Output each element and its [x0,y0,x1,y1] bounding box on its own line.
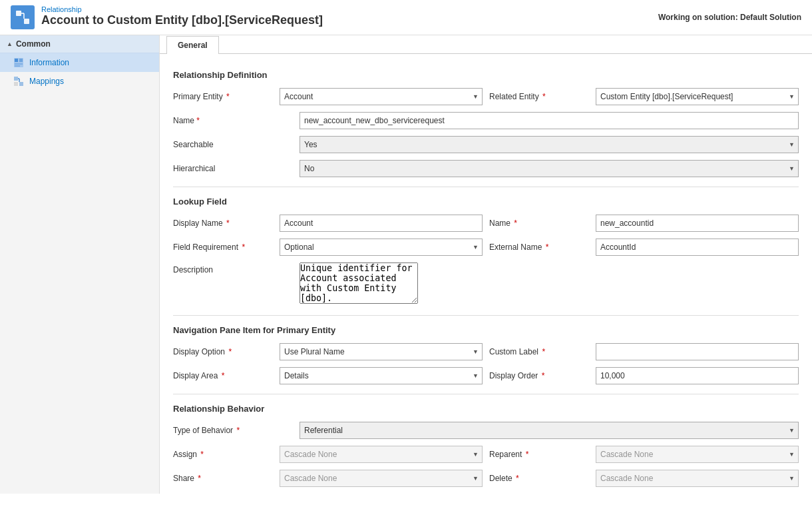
field-requirement-label: Field Requirement * [173,243,280,252]
share-group: Share * Cascade None [173,470,483,487]
related-entity-control: Custom Entity [dbo].[ServiceRequest] [596,88,799,105]
field-requirement-control: Optional [280,239,483,256]
delete-group: Delete * Cascade None [489,470,799,487]
sidebar-item-mappings-label: Mappings [29,77,64,86]
type-of-behavior-select[interactable]: Referential [300,422,799,439]
lookup-name-control [596,215,799,232]
name-control [300,112,799,129]
display-name-name-row: Display Name * Name * [173,215,799,232]
sidebar-section-label: Common [16,39,51,49]
reparent-label: Reparent * [489,450,596,459]
information-icon [13,57,24,68]
display-area-label: Display Area * [173,371,280,380]
svg-rect-7 [15,63,23,65]
searchable-control: Yes [300,136,799,153]
description-row: Description Unique identifier for Accoun… [173,262,799,306]
display-order-label: Display Order * [489,371,596,380]
relationship-definition-title: Relationship Definition [173,70,799,80]
form-area: Relationship Definition Primary Entity *… [160,54,812,494]
relationship-icon [15,9,31,25]
primary-related-entity-row: Primary Entity * Account Related Entity … [173,88,799,105]
share-control: Cascade None [280,470,483,487]
svg-rect-5 [15,59,18,62]
share-select[interactable]: Cascade None [280,470,483,487]
lookup-name-group: Name * [489,215,799,232]
svg-rect-13 [14,82,18,86]
assign-group: Assign * Cascade None [173,446,483,463]
display-name-label: Display Name * [173,219,280,228]
searchable-select[interactable]: Yes [300,136,799,153]
relationship-behavior-title: Relationship Behavior [173,404,799,414]
reparent-group: Reparent * Cascade None [489,446,799,463]
hierarchical-select[interactable]: No [300,160,799,177]
navigation-pane-title: Navigation Pane Item for Primary Entity [173,325,799,335]
sidebar-item-information[interactable]: Information [0,53,159,72]
primary-entity-group: Primary Entity * Account [173,88,483,105]
lookup-name-label: Name * [489,219,596,228]
display-name-input[interactable] [280,215,483,232]
assign-select[interactable]: Cascade None [280,446,483,463]
hierarchical-control: No [300,160,799,177]
svg-rect-8 [15,65,20,67]
hierarchical-row: Hierarchical No [173,160,799,177]
assign-control: Cascade None [280,446,483,463]
app-header: Relationship Account to Custom Entity [d… [0,0,812,35]
related-entity-label: Related Entity * [489,92,596,101]
display-option-custom-label-row: Display Option * Use Plural Name Custom … [173,343,799,360]
svg-rect-0 [16,11,21,16]
display-area-order-row: Display Area * Details Display Order * [173,367,799,384]
header-text: Relationship Account to Custom Entity [d… [41,5,323,27]
tab-general[interactable]: General [166,36,219,54]
primary-entity-label: Primary Entity * [173,92,280,101]
sidebar-section-header: Common [0,35,159,53]
display-area-control: Details [280,367,483,384]
name-label: Name * [173,116,300,125]
external-name-input[interactable] [596,239,799,256]
delete-select[interactable]: Cascade None [596,470,799,487]
delete-label: Delete * [489,474,596,483]
searchable-label: Searchable [173,140,300,149]
lookup-field-title: Lookup Field [173,197,799,207]
custom-label-label: Custom Label * [489,347,596,356]
type-of-behavior-control: Referential [300,422,799,439]
related-entity-select[interactable]: Custom Entity [dbo].[ServiceRequest] [596,88,799,105]
delete-control: Cascade None [596,470,799,487]
type-of-behavior-row: Type of Behavior * Referential [173,422,799,439]
page-title: Account to Custom Entity [dbo].[ServiceR… [41,13,323,27]
external-name-control [596,239,799,256]
display-option-label: Display Option * [173,347,280,356]
field-requirement-select[interactable]: Optional [280,239,483,256]
divider-2 [173,315,799,316]
external-name-group: External Name * [489,239,799,256]
svg-rect-6 [19,59,23,62]
related-entity-group: Related Entity * Custom Entity [dbo].[Se… [489,88,799,105]
description-control: Unique identifier for Account associated… [300,262,799,306]
primary-entity-control: Account [280,88,483,105]
display-option-control: Use Plural Name [280,343,483,360]
display-order-group: Display Order * [489,367,799,384]
field-requirement-group: Field Requirement * Optional [173,239,483,256]
searchable-row: Searchable Yes [173,136,799,153]
mappings-icon [13,76,24,87]
primary-entity-select[interactable]: Account [280,88,483,105]
description-textarea[interactable]: Unique identifier for Account associated… [300,262,418,304]
app-icon [11,5,35,29]
display-area-select[interactable]: Details [280,367,483,384]
reparent-select[interactable]: Cascade None [596,446,799,463]
name-input[interactable] [300,112,799,129]
tab-bar: General [160,35,812,54]
display-order-input[interactable] [596,367,799,384]
sidebar-item-mappings[interactable]: Mappings [0,72,159,91]
display-option-select[interactable]: Use Plural Name [280,343,483,360]
sidebar-item-information-label: Information [29,58,69,67]
display-order-control [596,367,799,384]
custom-label-input[interactable] [596,343,799,360]
external-name-label: External Name * [489,243,596,252]
lookup-name-input[interactable] [596,215,799,232]
display-area-group: Display Area * Details [173,367,483,384]
svg-rect-10 [19,82,23,86]
reparent-control: Cascade None [596,446,799,463]
svg-rect-1 [24,19,29,24]
type-of-behavior-label: Type of Behavior * [173,426,300,435]
display-name-control [280,215,483,232]
